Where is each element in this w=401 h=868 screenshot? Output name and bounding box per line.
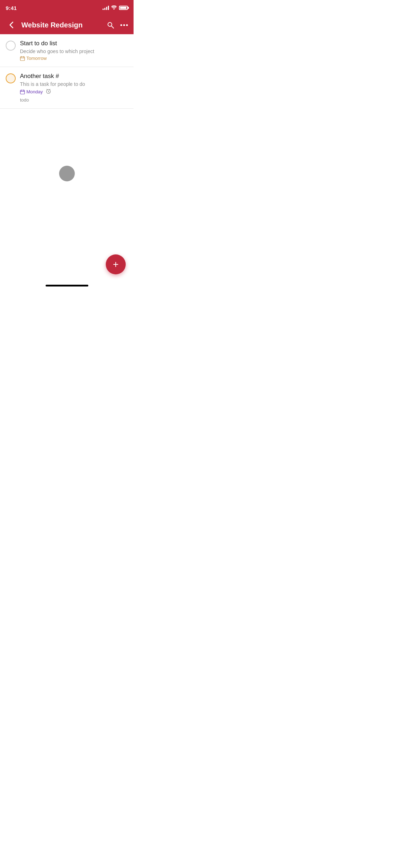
- task-date-label-1: Tomorrow: [26, 56, 47, 61]
- status-time: 9:41: [6, 5, 17, 11]
- task-checkbox-1[interactable]: [6, 41, 16, 51]
- task-title-2: Another task #: [20, 73, 128, 80]
- signal-icon: [103, 6, 109, 10]
- task-meta-1: Tomorrow: [20, 56, 128, 61]
- status-bar: 9:41: [0, 0, 134, 16]
- task-description-1: Decide who goes to which project: [20, 48, 128, 54]
- alarm-icon: [46, 88, 51, 95]
- add-task-button[interactable]: +: [106, 254, 126, 274]
- task-date-label-2: Monday: [26, 89, 43, 94]
- calendar-icon-1: [20, 56, 25, 61]
- search-button[interactable]: [105, 21, 116, 29]
- loading-indicator: [0, 166, 134, 181]
- task-checkbox-2[interactable]: [6, 73, 16, 83]
- task-list: Start to do list Decide who goes to whic…: [0, 34, 134, 109]
- more-button[interactable]: [120, 24, 128, 26]
- back-button[interactable]: [6, 21, 17, 29]
- svg-rect-2: [20, 57, 25, 61]
- list-item[interactable]: Start to do list Decide who goes to whic…: [0, 34, 134, 67]
- nav-bar: Website Redesign: [0, 16, 134, 34]
- wifi-icon: [111, 5, 117, 11]
- svg-line-1: [111, 26, 114, 28]
- battery-icon: [119, 6, 128, 10]
- plus-icon: +: [113, 259, 119, 269]
- svg-line-12: [48, 92, 49, 92]
- task-tag-2: todo: [20, 97, 128, 103]
- task-date-2: Monday: [20, 89, 43, 94]
- svg-line-14: [50, 89, 50, 90]
- status-icons: [103, 5, 128, 11]
- svg-rect-6: [20, 90, 25, 94]
- task-title-1: Start to do list: [20, 40, 128, 47]
- svg-line-13: [47, 89, 47, 90]
- task-description-2: This is a task for people to do: [20, 81, 128, 87]
- task-content-2: Another task # This is a task for people…: [20, 73, 128, 103]
- home-indicator: [46, 285, 88, 286]
- page-title: Website Redesign: [21, 21, 100, 29]
- list-item[interactable]: Another task # This is a task for people…: [0, 67, 134, 109]
- task-date-1: Tomorrow: [20, 56, 47, 61]
- task-content-1: Start to do list Decide who goes to whic…: [20, 40, 128, 61]
- task-meta-2: Monday: [20, 88, 128, 95]
- loading-circle: [59, 166, 75, 181]
- calendar-icon-2: [20, 89, 25, 94]
